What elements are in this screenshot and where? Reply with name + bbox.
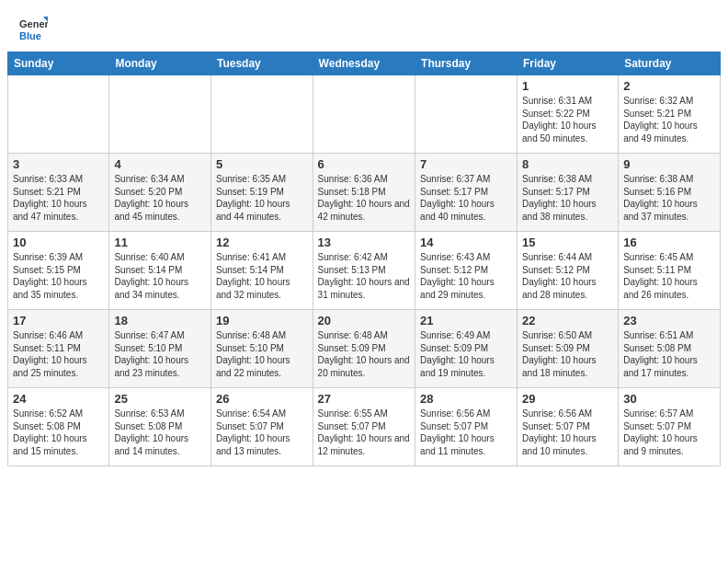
day-content: Sunrise: 6:32 AM Sunset: 5:21 PM Dayligh… — [623, 95, 715, 144]
day-number: 16 — [623, 236, 715, 249]
day-number: 18 — [114, 314, 206, 327]
calendar-cell: 17Sunrise: 6:46 AM Sunset: 5:11 PM Dayli… — [8, 310, 109, 388]
calendar-cell: 16Sunrise: 6:45 AM Sunset: 5:11 PM Dayli… — [619, 232, 721, 310]
calendar-cell: 18Sunrise: 6:47 AM Sunset: 5:10 PM Dayli… — [109, 310, 211, 388]
calendar-table: SundayMondayTuesdayWednesdayThursdayFrid… — [7, 52, 721, 466]
calendar-cell: 3Sunrise: 6:33 AM Sunset: 5:21 PM Daylig… — [8, 154, 109, 232]
calendar-cell: 11Sunrise: 6:40 AM Sunset: 5:14 PM Dayli… — [109, 232, 211, 310]
day-content: Sunrise: 6:39 AM Sunset: 5:15 PM Dayligh… — [13, 251, 104, 301]
day-content: Sunrise: 6:34 AM Sunset: 5:20 PM Dayligh… — [114, 173, 206, 223]
day-number: 22 — [522, 314, 613, 327]
day-number: 26 — [216, 392, 308, 406]
week-row-3: 10Sunrise: 6:39 AM Sunset: 5:15 PM Dayli… — [8, 232, 721, 310]
header-saturday: Saturday — [619, 52, 721, 75]
calendar-cell: 20Sunrise: 6:48 AM Sunset: 5:09 PM Dayli… — [313, 310, 415, 388]
day-content: Sunrise: 6:45 AM Sunset: 5:11 PM Dayligh… — [623, 251, 715, 301]
day-content: Sunrise: 6:53 AM Sunset: 5:08 PM Dayligh… — [114, 408, 206, 457]
page-header: General Blue — [0, 0, 728, 52]
week-row-5: 24Sunrise: 6:52 AM Sunset: 5:08 PM Dayli… — [8, 388, 721, 466]
day-number: 10 — [13, 236, 104, 249]
calendar-cell: 19Sunrise: 6:48 AM Sunset: 5:10 PM Dayli… — [210, 310, 313, 388]
header-wednesday: Wednesday — [313, 52, 415, 75]
calendar-cell — [109, 75, 211, 154]
calendar-cell: 23Sunrise: 6:51 AM Sunset: 5:08 PM Dayli… — [619, 310, 721, 388]
day-content: Sunrise: 6:49 AM Sunset: 5:09 PM Dayligh… — [420, 329, 512, 379]
day-number: 12 — [216, 236, 308, 249]
calendar-cell: 15Sunrise: 6:44 AM Sunset: 5:12 PM Dayli… — [518, 232, 619, 310]
day-content: Sunrise: 6:44 AM Sunset: 5:12 PM Dayligh… — [522, 251, 613, 301]
calendar-cell: 1Sunrise: 6:31 AM Sunset: 5:22 PM Daylig… — [518, 75, 619, 154]
day-content: Sunrise: 6:57 AM Sunset: 5:07 PM Dayligh… — [623, 408, 715, 457]
day-number: 21 — [420, 314, 512, 327]
day-content: Sunrise: 6:54 AM Sunset: 5:07 PM Dayligh… — [216, 408, 308, 457]
day-content: Sunrise: 6:51 AM Sunset: 5:08 PM Dayligh… — [623, 329, 715, 379]
day-number: 3 — [13, 157, 104, 171]
day-number: 7 — [420, 157, 512, 171]
calendar-cell: 29Sunrise: 6:56 AM Sunset: 5:07 PM Dayli… — [518, 388, 619, 466]
day-content: Sunrise: 6:56 AM Sunset: 5:07 PM Dayligh… — [420, 408, 512, 457]
day-number: 4 — [114, 157, 206, 171]
calendar-cell: 5Sunrise: 6:35 AM Sunset: 5:19 PM Daylig… — [210, 154, 313, 232]
header-monday: Monday — [109, 52, 211, 75]
day-number: 23 — [623, 314, 715, 327]
calendar-cell: 28Sunrise: 6:56 AM Sunset: 5:07 PM Dayli… — [415, 388, 518, 466]
day-number: 13 — [318, 236, 410, 249]
day-number: 29 — [522, 392, 613, 406]
day-number: 15 — [522, 236, 613, 249]
calendar-cell: 25Sunrise: 6:53 AM Sunset: 5:08 PM Dayli… — [109, 388, 211, 466]
header-friday: Friday — [518, 52, 619, 75]
calendar-cell: 21Sunrise: 6:49 AM Sunset: 5:09 PM Dayli… — [415, 310, 518, 388]
day-content: Sunrise: 6:38 AM Sunset: 5:16 PM Dayligh… — [623, 173, 715, 223]
header-thursday: Thursday — [415, 52, 518, 75]
calendar-cell — [210, 75, 313, 154]
day-content: Sunrise: 6:56 AM Sunset: 5:07 PM Dayligh… — [522, 408, 613, 457]
week-row-4: 17Sunrise: 6:46 AM Sunset: 5:11 PM Dayli… — [8, 310, 721, 388]
day-content: Sunrise: 6:48 AM Sunset: 5:10 PM Dayligh… — [216, 329, 308, 379]
day-number: 8 — [522, 157, 613, 171]
calendar-cell: 8Sunrise: 6:38 AM Sunset: 5:17 PM Daylig… — [518, 154, 619, 232]
calendar-cell — [415, 75, 518, 154]
calendar-cell — [8, 75, 109, 154]
day-number: 1 — [522, 79, 613, 93]
day-number: 2 — [623, 79, 715, 93]
day-content: Sunrise: 6:41 AM Sunset: 5:14 PM Dayligh… — [216, 251, 308, 301]
day-content: Sunrise: 6:52 AM Sunset: 5:08 PM Dayligh… — [13, 408, 104, 457]
calendar-wrapper: SundayMondayTuesdayWednesdayThursdayFrid… — [0, 52, 728, 474]
calendar-cell: 27Sunrise: 6:55 AM Sunset: 5:07 PM Dayli… — [313, 388, 415, 466]
day-number: 30 — [623, 392, 715, 406]
day-content: Sunrise: 6:35 AM Sunset: 5:19 PM Dayligh… — [216, 173, 308, 223]
calendar-cell: 24Sunrise: 6:52 AM Sunset: 5:08 PM Dayli… — [8, 388, 109, 466]
day-content: Sunrise: 6:43 AM Sunset: 5:12 PM Dayligh… — [420, 251, 512, 301]
day-content: Sunrise: 6:31 AM Sunset: 5:22 PM Dayligh… — [522, 95, 613, 144]
day-content: Sunrise: 6:46 AM Sunset: 5:11 PM Dayligh… — [13, 329, 104, 379]
day-content: Sunrise: 6:47 AM Sunset: 5:10 PM Dayligh… — [114, 329, 206, 379]
week-row-1: 1Sunrise: 6:31 AM Sunset: 5:22 PM Daylig… — [8, 75, 721, 154]
calendar-cell: 12Sunrise: 6:41 AM Sunset: 5:14 PM Dayli… — [210, 232, 313, 310]
day-number: 24 — [13, 392, 104, 406]
calendar-cell: 14Sunrise: 6:43 AM Sunset: 5:12 PM Dayli… — [415, 232, 518, 310]
day-number: 27 — [318, 392, 410, 406]
day-content: Sunrise: 6:36 AM Sunset: 5:18 PM Dayligh… — [318, 173, 410, 223]
svg-text:Blue: Blue — [19, 30, 41, 41]
header-sunday: Sunday — [8, 52, 109, 75]
calendar-cell: 13Sunrise: 6:42 AM Sunset: 5:13 PM Dayli… — [313, 232, 415, 310]
day-number: 6 — [318, 157, 410, 171]
day-number: 9 — [623, 157, 715, 171]
day-number: 25 — [114, 392, 206, 406]
calendar-cell — [313, 75, 415, 154]
svg-text:General: General — [19, 18, 48, 29]
logo: General Blue — [18, 15, 48, 44]
calendar-cell: 22Sunrise: 6:50 AM Sunset: 5:09 PM Dayli… — [518, 310, 619, 388]
calendar-cell: 7Sunrise: 6:37 AM Sunset: 5:17 PM Daylig… — [415, 154, 518, 232]
calendar-cell: 2Sunrise: 6:32 AM Sunset: 5:21 PM Daylig… — [619, 75, 721, 154]
logo-svg: General Blue — [18, 15, 48, 44]
day-number: 20 — [318, 314, 410, 327]
calendar-cell: 26Sunrise: 6:54 AM Sunset: 5:07 PM Dayli… — [210, 388, 313, 466]
calendar-cell: 4Sunrise: 6:34 AM Sunset: 5:20 PM Daylig… — [109, 154, 211, 232]
day-number: 14 — [420, 236, 512, 249]
day-content: Sunrise: 6:42 AM Sunset: 5:13 PM Dayligh… — [318, 251, 410, 301]
day-content: Sunrise: 6:48 AM Sunset: 5:09 PM Dayligh… — [318, 329, 410, 379]
day-content: Sunrise: 6:33 AM Sunset: 5:21 PM Dayligh… — [13, 173, 104, 223]
calendar-cell: 30Sunrise: 6:57 AM Sunset: 5:07 PM Dayli… — [619, 388, 721, 466]
day-number: 5 — [216, 157, 308, 171]
